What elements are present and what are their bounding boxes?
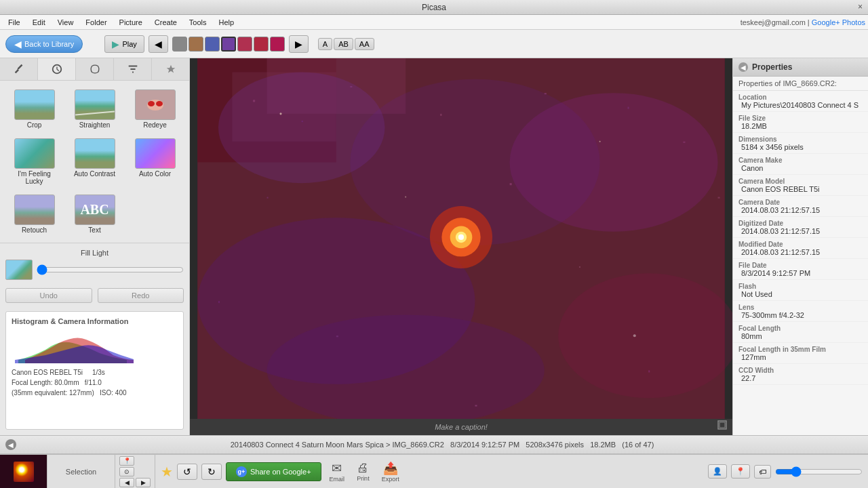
histogram-svg	[12, 329, 161, 363]
app-title: Picasa	[422, 3, 446, 12]
basic-fixes-tab[interactable]	[0, 58, 38, 80]
circle-button[interactable]: ⊙	[119, 467, 134, 476]
close-button[interactable]: ×	[858, 2, 863, 12]
swatch-7[interactable]	[270, 37, 285, 52]
menu-picture[interactable]: Picture	[114, 17, 148, 28]
text-tool[interactable]: ABC Text	[66, 191, 123, 237]
autocontrast-label: Auto Contrast	[74, 170, 115, 178]
expand-icon	[717, 420, 727, 430]
redeye-thumbnail	[135, 89, 176, 120]
left-panel: Crop Straighten Redeye	[0, 58, 190, 435]
prop-key: Camera Date	[738, 199, 780, 206]
image-canvas[interactable]	[190, 58, 732, 419]
text-size-ab-button[interactable]: AB	[334, 38, 353, 50]
bottom-actions: ★ ↺ ↻ g+ Share on Google+ ✉ Email 🖨 Prin…	[155, 459, 708, 485]
tuning-tab[interactable]	[38, 58, 76, 80]
swatch-3[interactable]	[205, 37, 220, 52]
fill-light-thumbnail	[5, 260, 33, 280]
share-google-button[interactable]: g+ Share on Google+	[226, 462, 321, 481]
redeye-tool[interactable]: Redeye	[126, 86, 184, 132]
redo-button[interactable]: Redo	[98, 288, 184, 303]
redeye-label: Redeye	[143, 121, 166, 129]
autocontrast-tool[interactable]: Auto Contrast	[66, 135, 123, 188]
face-view-button[interactable]: 👤	[708, 464, 727, 479]
print-button[interactable]: 🖨 Print	[353, 459, 374, 484]
swatch-1[interactable]	[172, 37, 187, 52]
svg-rect-28	[718, 197, 720, 199]
prop-key: File Size	[738, 115, 766, 122]
print-icon: 🖨	[357, 461, 369, 475]
svg-point-2	[148, 101, 155, 106]
lucky-tool[interactable]: I'm Feeling Lucky	[5, 135, 63, 188]
text-size-a-button[interactable]: A	[318, 38, 332, 50]
email-button[interactable]: ✉ Email	[326, 459, 349, 485]
menu-file[interactable]: File	[3, 17, 26, 28]
menu-tools[interactable]: Tools	[184, 17, 212, 28]
prop-value: My Pictures\20140803 Connect 4 S	[741, 101, 859, 109]
menu-create[interactable]: Create	[149, 17, 182, 28]
histogram-chart	[12, 329, 178, 363]
svg-rect-22	[683, 142, 685, 143]
svg-rect-26	[336, 336, 338, 337]
location-view-button[interactable]: 📍	[731, 464, 750, 479]
caption-text[interactable]: Make a caption!	[435, 423, 488, 431]
fill-light-slider[interactable]	[37, 265, 184, 274]
crop-tool[interactable]: Crop	[5, 86, 63, 132]
properties-row: CCD Width22.7	[733, 364, 868, 385]
rotate-ccw-button[interactable]: ↺	[177, 464, 197, 480]
text-size-aa-button[interactable]: AA	[355, 38, 374, 50]
tool-tabs	[0, 58, 189, 81]
menu-edit[interactable]: Edit	[27, 17, 51, 28]
autocolor-label: Auto Color	[139, 170, 171, 178]
main-area: Crop Straighten Redeye	[0, 58, 868, 435]
properties-row: Camera Date2014.08.03 21:12:57.15	[733, 196, 868, 217]
special-tab[interactable]	[152, 58, 189, 80]
back-to-library-button[interactable]: ◀ Back to Library	[5, 35, 83, 53]
straighten-tool[interactable]: Straighten	[66, 86, 123, 132]
menu-view[interactable]: View	[52, 17, 79, 28]
svg-rect-23	[267, 197, 269, 199]
rotate-cw-button[interactable]: ↻	[201, 464, 222, 480]
properties-rows: LocationMy Pictures\20140803 Connect 4 S…	[733, 91, 868, 385]
properties-row: FlashNot Used	[733, 280, 868, 301]
prev-tool-button[interactable]: ◀	[119, 478, 134, 487]
expand-button[interactable]	[717, 420, 727, 431]
menu-folder[interactable]: Folder	[80, 17, 112, 28]
prop-value: Not Used	[741, 290, 772, 298]
svg-point-31	[633, 334, 636, 337]
properties-row: Camera MakeCanon	[733, 154, 868, 175]
svg-point-39	[458, 235, 464, 240]
selection-thumbnail[interactable]	[0, 455, 47, 489]
google-plus-link[interactable]: Google+ Photos	[812, 18, 865, 26]
prop-value: 127mm	[741, 353, 766, 361]
retouch-tool[interactable]: Retouch	[5, 191, 63, 237]
properties-collapse-button[interactable]: ◀	[738, 62, 748, 72]
star-button[interactable]: ★	[161, 464, 173, 480]
pin-button[interactable]: 📍	[119, 456, 134, 466]
effects-tab[interactable]	[76, 58, 114, 80]
autocolor-tool[interactable]: Auto Color	[126, 135, 184, 188]
email-icon: ✉	[332, 461, 342, 476]
undo-button[interactable]: Undo	[5, 288, 92, 303]
zoom-slider[interactable]	[775, 466, 863, 477]
tag-view-button[interactable]: 🏷	[754, 465, 771, 479]
next-button[interactable]: ▶	[289, 35, 309, 53]
wrench-icon	[13, 63, 25, 75]
swatch-5[interactable]	[237, 37, 252, 52]
swatch-2[interactable]	[189, 37, 203, 52]
swatch-6[interactable]	[254, 37, 269, 52]
properties-filename: Properties of IMG_8669.CR2:	[733, 77, 868, 91]
prev-button[interactable]: ◀	[149, 35, 168, 53]
menu-help[interactable]: Help	[214, 17, 240, 28]
filter-tab[interactable]	[114, 58, 152, 80]
statusbar-collapse-button[interactable]: ◀	[5, 439, 16, 450]
prop-value: 22.7	[741, 374, 755, 382]
play-button[interactable]: ▶ Play	[104, 35, 144, 53]
straighten-thumbnail	[75, 89, 115, 120]
export-button[interactable]: 📤 Export	[378, 459, 403, 485]
next-tool-button[interactable]: ▶	[136, 478, 151, 487]
swatch-4-active[interactable]	[221, 37, 236, 52]
star-icon	[165, 63, 177, 75]
text-thumbnail: ABC	[75, 195, 115, 225]
svg-point-33	[599, 141, 601, 142]
